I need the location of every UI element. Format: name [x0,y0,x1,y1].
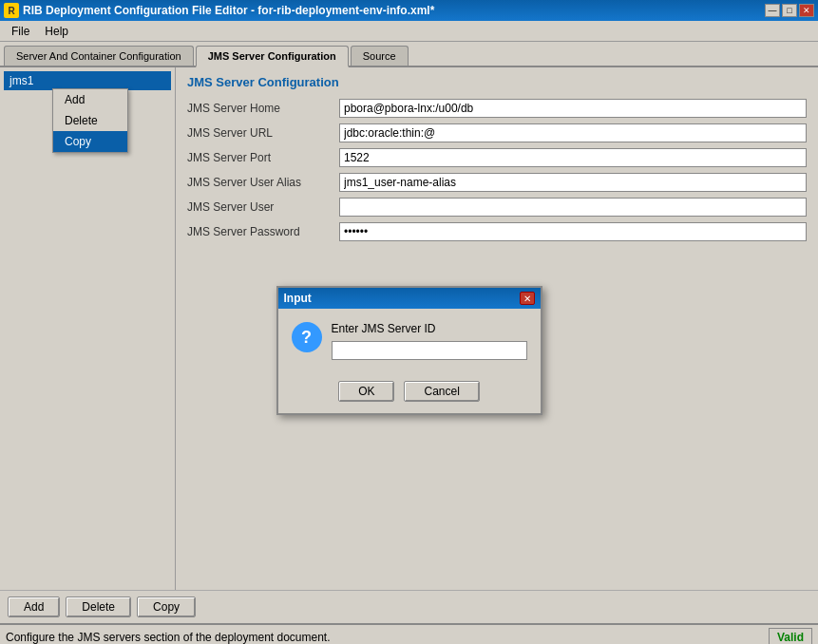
dialog-title: Input [284,292,312,305]
dialog-input-label: Enter JMS Server ID [332,322,527,335]
dialog-title-bar: Input ✕ [278,288,541,309]
input-dialog: Input ✕ ? Enter JMS Server ID OK Cancel [276,286,542,415]
dialog-question-icon: ? [292,322,322,352]
dialog-body: ? Enter JMS Server ID [278,309,541,373]
dialog-close-button[interactable]: ✕ [520,292,535,305]
dialog-overlay: Input ✕ ? Enter JMS Server ID OK Cancel [0,0,818,644]
dialog-ok-button[interactable]: OK [338,381,394,402]
dialog-input-field[interactable] [332,341,527,360]
dialog-cancel-button[interactable]: Cancel [404,381,479,402]
dialog-buttons: OK Cancel [278,373,541,413]
dialog-content: Enter JMS Server ID [332,322,527,360]
